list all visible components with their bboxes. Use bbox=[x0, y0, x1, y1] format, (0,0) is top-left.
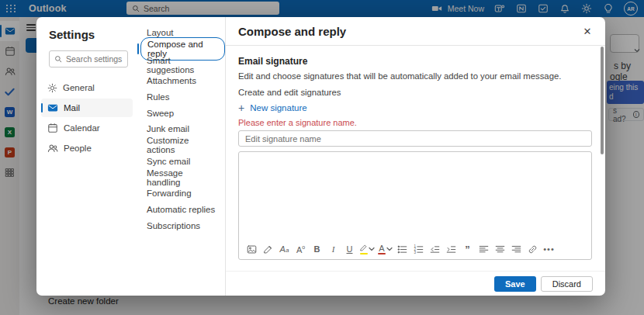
category-label: Subscriptions bbox=[140, 220, 206, 232]
category-subscriptions[interactable]: Subscriptions bbox=[137, 217, 225, 234]
category-smart-suggestions[interactable]: Smart suggestions bbox=[137, 57, 225, 73]
signature-name-input[interactable] bbox=[238, 130, 592, 147]
numbered-list-icon[interactable]: 123 bbox=[412, 242, 425, 256]
sidebar-item-label: People bbox=[64, 144, 92, 153]
settings-dialog: Settings Search settings GeneralMailCale… bbox=[36, 17, 605, 296]
save-button[interactable]: Save bbox=[494, 276, 536, 292]
detail-title: Compose and reply bbox=[238, 25, 346, 38]
settings-sidebar: Settings Search settings GeneralMailCale… bbox=[36, 17, 137, 296]
font-style-icon[interactable]: Aa bbox=[278, 242, 291, 256]
italic-icon[interactable]: I bbox=[327, 242, 340, 256]
settings-search-box[interactable]: Search settings bbox=[49, 50, 128, 68]
settings-search-placeholder: Search settings bbox=[66, 54, 122, 64]
category-label: Junk email bbox=[140, 123, 196, 135]
indent-icon[interactable] bbox=[445, 242, 458, 256]
link-icon[interactable] bbox=[526, 242, 539, 256]
quote-icon[interactable]: ” bbox=[461, 242, 474, 256]
sidebar-item-general[interactable]: General bbox=[41, 78, 133, 97]
sidebar-item-label: Calendar bbox=[64, 123, 100, 133]
font-color-icon[interactable]: A bbox=[378, 242, 393, 256]
sidebar-item-people[interactable]: People bbox=[41, 139, 133, 158]
outlook-screen: Outlook Search Meet Now AR WXP Create ne… bbox=[0, 0, 644, 315]
plus-icon: + bbox=[238, 103, 244, 112]
highlight-icon[interactable] bbox=[359, 242, 375, 256]
more-icon[interactable]: ••• bbox=[542, 242, 556, 256]
detail-footer: Save Discard bbox=[226, 271, 605, 296]
category-automatic-replies[interactable]: Automatic replies bbox=[137, 202, 225, 218]
sidebar-item-label: General bbox=[63, 83, 95, 92]
category-label: Automatic replies bbox=[140, 203, 221, 216]
settings-title: Settings bbox=[49, 28, 128, 41]
mail-icon bbox=[47, 102, 58, 113]
category-label: Forwarding bbox=[140, 187, 198, 199]
category-message-handling[interactable]: Message handling bbox=[137, 169, 225, 185]
align-left-icon[interactable] bbox=[477, 242, 490, 256]
people-icon bbox=[47, 143, 58, 154]
category-customize-actions[interactable]: Customize actions bbox=[137, 137, 225, 154]
category-attachments[interactable]: Attachments bbox=[137, 73, 225, 89]
category-forwarding[interactable]: Forwarding bbox=[137, 185, 225, 202]
category-label: Rules bbox=[140, 91, 175, 103]
align-right-icon[interactable] bbox=[510, 242, 523, 256]
gear-icon bbox=[47, 83, 57, 93]
editor-toolbar: AaAoBIUA123”••• bbox=[239, 239, 591, 259]
category-label: Sync email bbox=[140, 155, 196, 168]
email-signature-heading: Email signature bbox=[238, 56, 592, 67]
settings-detail-panel: Compose and reply ✕ Email signature Edit… bbox=[225, 17, 605, 296]
signature-name-error: Please enter a signature name. bbox=[238, 118, 592, 127]
category-label: Attachments bbox=[140, 74, 203, 87]
chevron-down-icon bbox=[386, 246, 393, 252]
svg-text:3: 3 bbox=[414, 250, 416, 254]
align-center-icon[interactable] bbox=[493, 242, 507, 256]
new-signature-button[interactable]: + New signature bbox=[238, 103, 592, 112]
close-icon[interactable]: ✕ bbox=[580, 24, 594, 38]
sidebar-item-label: Mail bbox=[64, 103, 80, 112]
outdent-icon[interactable] bbox=[428, 242, 441, 256]
sidebar-item-mail[interactable]: Mail bbox=[41, 99, 133, 117]
new-signature-label: New signature bbox=[250, 103, 307, 112]
underline-icon[interactable]: U bbox=[343, 242, 356, 256]
category-rules[interactable]: Rules bbox=[137, 89, 225, 106]
bulleted-list-icon[interactable] bbox=[396, 242, 409, 256]
signature-editor[interactable]: AaAoBIUA123”••• bbox=[238, 151, 592, 260]
detail-header: Compose and reply ✕ bbox=[226, 17, 605, 46]
settings-category-list: LayoutCompose and replySmart suggestions… bbox=[137, 17, 225, 296]
create-edit-signatures-label: Create and edit signatures bbox=[238, 88, 592, 97]
discard-button[interactable]: Discard bbox=[541, 276, 593, 292]
detail-body: Email signature Edit and choose signatur… bbox=[226, 46, 605, 271]
scrollbar-thumb[interactable] bbox=[601, 47, 604, 154]
font-size-icon[interactable]: Ao bbox=[294, 242, 307, 256]
email-signature-description: Edit and choose signatures that will be … bbox=[238, 71, 592, 81]
format-painter-icon[interactable] bbox=[261, 242, 275, 256]
image-icon[interactable] bbox=[245, 242, 258, 256]
calendar-icon bbox=[47, 123, 58, 133]
search-icon bbox=[54, 55, 62, 63]
bold-icon[interactable]: B bbox=[310, 242, 324, 256]
sidebar-item-calendar[interactable]: Calendar bbox=[41, 119, 133, 137]
category-sweep[interactable]: Sweep bbox=[137, 105, 225, 121]
chevron-down-icon bbox=[369, 246, 375, 252]
category-label: Sweep bbox=[140, 107, 180, 119]
